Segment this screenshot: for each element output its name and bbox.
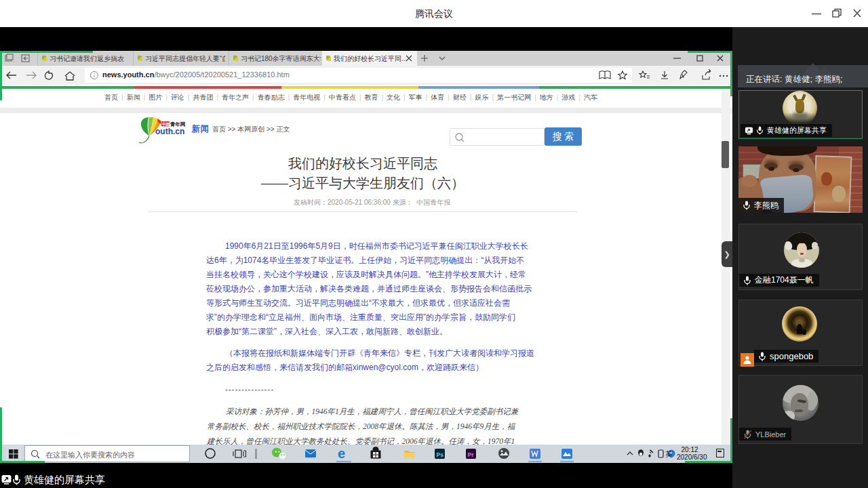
svg-text:Ps: Ps	[437, 451, 444, 458]
svg-text:中国: 中国	[162, 122, 170, 127]
svg-text:Pr: Pr	[468, 451, 475, 458]
svg-text:outh.cn: outh.cn	[155, 127, 184, 136]
svg-text:e: e	[338, 446, 345, 461]
